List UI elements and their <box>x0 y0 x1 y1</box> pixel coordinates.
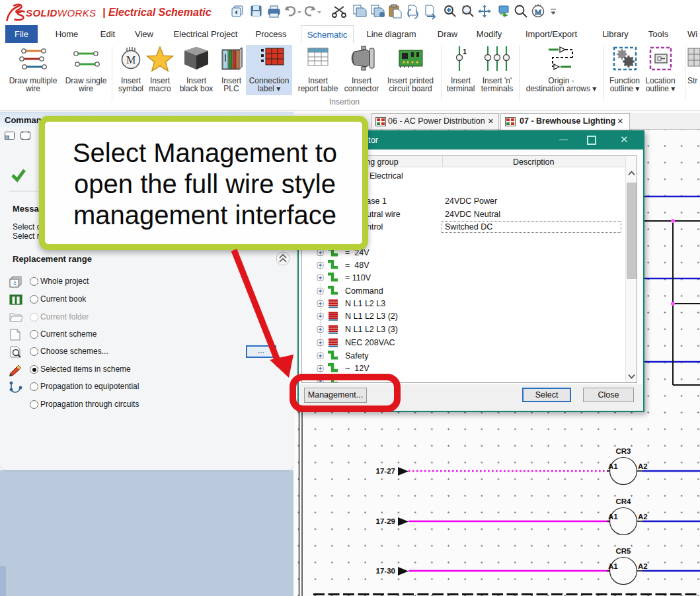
svg-text:A2: A2 <box>638 462 648 470</box>
svg-text:A1: A1 <box>608 462 618 470</box>
svg-text:Safety: Safety <box>345 351 369 361</box>
svg-text:A1: A1 <box>608 513 618 521</box>
svg-text:A2: A2 <box>638 513 648 521</box>
svg-text:17-29: 17-29 <box>376 517 395 525</box>
svg-text:~ 12V: ~ 12V <box>345 364 369 373</box>
svg-text:CR4: CR4 <box>615 497 631 505</box>
svg-text:CR3: CR3 <box>615 447 631 455</box>
svg-text:17-27: 17-27 <box>376 467 395 475</box>
svg-text:1: 1 <box>463 48 467 56</box>
svg-text:M: M <box>535 8 541 16</box>
svg-text:CR5: CR5 <box>615 547 631 555</box>
svg-text:A1: A1 <box>608 562 618 570</box>
svg-text:NEC 208VAC: NEC 208VAC <box>345 338 395 347</box>
svg-text:N L1 L2 L3 (3): N L1 L2 L3 (3) <box>345 325 398 334</box>
svg-text:= 48V: = 48V <box>345 261 369 270</box>
svg-text:Command: Command <box>345 286 383 296</box>
svg-text:= 110V: = 110V <box>345 273 371 282</box>
svg-text:N L1 L2 L3: N L1 L2 L3 <box>345 299 385 308</box>
svg-text:N L1 L2 L3 (2): N L1 L2 L3 (2) <box>345 312 398 321</box>
svg-text:M: M <box>126 54 136 65</box>
svg-text:A2: A2 <box>638 562 648 570</box>
svg-text:17-30: 17-30 <box>376 567 395 575</box>
